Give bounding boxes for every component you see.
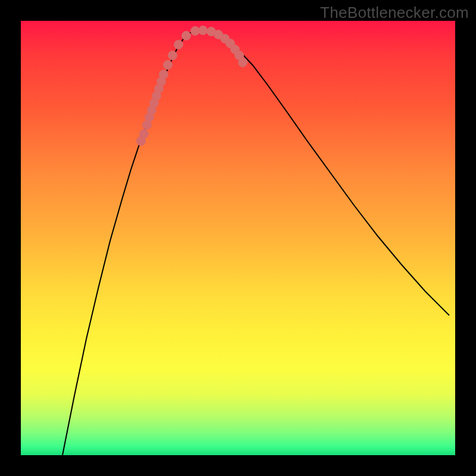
data-markers — [137, 26, 248, 146]
data-point — [174, 40, 183, 49]
watermark-text: TheBottlenecker.com — [320, 4, 469, 22]
data-point — [159, 70, 168, 79]
data-point — [239, 58, 248, 67]
chart-frame: TheBottlenecker.com — [0, 0, 476, 476]
data-point — [140, 130, 149, 139]
bottleneck-curve — [62, 30, 449, 455]
data-point — [199, 26, 208, 35]
data-point — [182, 32, 191, 40]
data-point — [164, 61, 173, 70]
chart-svg — [21, 21, 455, 455]
data-point — [168, 51, 177, 60]
plot-area — [21, 21, 455, 455]
